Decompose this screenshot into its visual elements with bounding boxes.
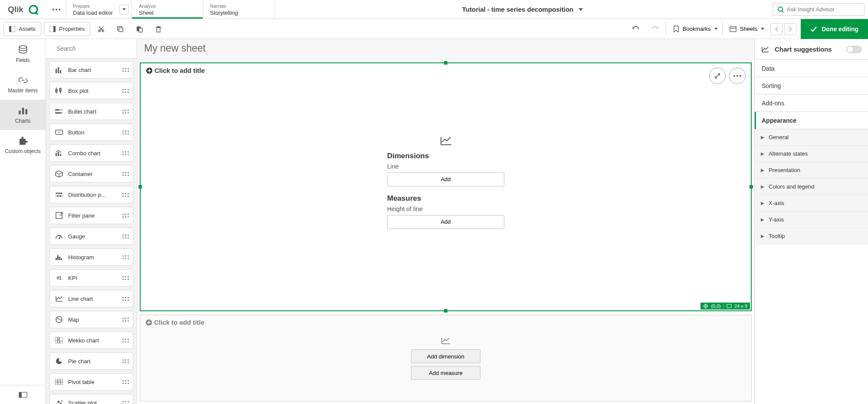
chart-list-item[interactable]: Button xyxy=(49,124,133,141)
chart-list-item[interactable]: #1 KPI xyxy=(49,269,133,287)
chart-type-icon xyxy=(54,295,64,303)
resize-handle-left[interactable] xyxy=(138,185,142,189)
drag-handle-icon[interactable] xyxy=(122,339,129,342)
sheet-canvas: My new sheet Click to add title xyxy=(137,39,754,404)
chart-list-item[interactable]: Pie chart xyxy=(49,352,133,370)
visualization-unselected[interactable]: Click to add title Add dimension Add mea… xyxy=(140,315,752,401)
drag-handle-icon[interactable] xyxy=(122,318,129,322)
drag-handle-icon[interactable] xyxy=(122,359,129,363)
bar-chart-icon xyxy=(17,106,29,115)
drag-handle-icon[interactable] xyxy=(122,89,129,93)
assets-toggle-button[interactable]: Assets xyxy=(3,22,41,36)
appearance-sub-y-axis[interactable]: ▶Y-axis xyxy=(755,212,868,228)
sheets-dropdown[interactable]: Sheets xyxy=(722,22,769,36)
chart-list-item[interactable]: Filter pane xyxy=(49,207,133,224)
prepare-dropdown-icon[interactable] xyxy=(119,5,129,14)
nav-tab-analyze[interactable]: Analyze Sheet xyxy=(132,0,203,19)
redo-button[interactable] xyxy=(647,22,663,36)
qlik-logo[interactable]: Qlik xyxy=(0,0,47,19)
chart-list-item[interactable]: Histogram xyxy=(49,248,133,266)
fullscreen-button[interactable] xyxy=(709,68,726,84)
next-sheet-button[interactable] xyxy=(784,23,796,35)
drag-handle-icon[interactable] xyxy=(122,68,129,72)
viz-title-placeholder[interactable]: Click to add title xyxy=(146,67,205,74)
svg-point-25 xyxy=(19,46,26,49)
done-editing-button[interactable]: Done editing xyxy=(801,19,868,39)
insight-search-input[interactable] xyxy=(787,6,860,13)
chart-list-item-label: Histogram xyxy=(68,254,117,261)
props-section-add-ons[interactable]: Add-ons xyxy=(755,94,868,112)
drag-handle-icon[interactable] xyxy=(122,214,129,218)
chart-list-item[interactable]: Bar chart xyxy=(49,61,133,78)
rail-custom-objects[interactable]: Custom objects xyxy=(0,130,46,160)
sheet-title-bar[interactable]: My new sheet xyxy=(137,39,754,60)
paste-button[interactable] xyxy=(131,22,148,36)
undo-button[interactable] xyxy=(628,22,644,36)
svg-point-5 xyxy=(59,9,60,10)
appearance-sub-x-axis[interactable]: ▶X-axis xyxy=(755,195,868,212)
bookmarks-dropdown[interactable]: Bookmarks xyxy=(666,22,722,36)
viz2-title-placeholder[interactable]: Click to add title xyxy=(145,319,204,326)
chart-list-item[interactable]: Scatter plot xyxy=(49,394,133,404)
props-section-sorting[interactable]: Sorting xyxy=(755,77,868,94)
selection-coordinates-badge: (0,0) 24 x 9 xyxy=(700,303,750,310)
chart-list-item[interactable]: Pivot table xyxy=(49,373,133,391)
drag-handle-icon[interactable] xyxy=(122,172,129,176)
drag-handle-icon[interactable] xyxy=(122,151,129,155)
chart-search-input[interactable] xyxy=(56,45,133,52)
add-dimension-button[interactable]: Add xyxy=(387,173,504,186)
drag-handle-icon[interactable] xyxy=(122,276,129,280)
rail-charts[interactable]: Charts xyxy=(0,100,46,130)
add-measure-button-2[interactable]: Add measure xyxy=(411,366,480,380)
add-dimension-button-2[interactable]: Add dimension xyxy=(411,349,480,363)
delete-button[interactable] xyxy=(150,22,167,36)
drag-handle-icon[interactable] xyxy=(122,110,129,114)
drag-handle-icon[interactable] xyxy=(122,130,129,134)
line-chart-icon xyxy=(439,135,452,147)
nav-tab-prepare[interactable]: Prepare Data load editor xyxy=(66,0,132,19)
drag-handle-icon[interactable] xyxy=(122,255,129,259)
prev-sheet-button[interactable] xyxy=(770,23,783,35)
properties-toggle-button[interactable]: Properties xyxy=(44,22,90,36)
chart-list-item[interactable]: Bullet chart xyxy=(49,103,133,120)
cut-button[interactable] xyxy=(93,22,109,36)
drag-handle-icon[interactable] xyxy=(122,401,129,404)
add-measure-button[interactable]: Add xyxy=(387,215,504,229)
svg-point-87 xyxy=(733,75,735,77)
rail-master-items[interactable]: Master items xyxy=(0,69,46,100)
chart-list-item[interactable]: Container xyxy=(49,165,133,182)
drag-handle-icon[interactable] xyxy=(122,235,129,238)
drag-handle-icon[interactable] xyxy=(122,193,129,197)
viz-more-button[interactable] xyxy=(729,68,746,84)
nav-tab-narrate[interactable]: Narrate Storytelling xyxy=(203,0,274,19)
appearance-sub-tooltip[interactable]: ▶Tooltip xyxy=(755,228,868,244)
rail-collapse-button[interactable] xyxy=(0,385,46,404)
chart-list-item[interactable]: Line chart xyxy=(49,290,133,307)
chart-list-item[interactable]: Map xyxy=(49,311,133,328)
appearance-sub-presentation[interactable]: ▶Presentation xyxy=(755,162,868,179)
chart-list-item[interactable]: Mekko chart xyxy=(49,332,133,349)
svg-rect-64 xyxy=(61,258,62,260)
chart-suggestions-toggle[interactable] xyxy=(846,46,862,53)
drag-handle-icon[interactable] xyxy=(122,297,129,301)
appearance-sub-colors-and-legend[interactable]: ▶Colors and legend xyxy=(755,179,868,195)
rail-fields[interactable]: Fields xyxy=(0,39,46,69)
app-title-dropdown[interactable]: Tutorial - time series decomposition xyxy=(274,0,771,19)
chart-list-item[interactable]: Gauge xyxy=(49,228,133,245)
insight-search[interactable] xyxy=(773,3,865,16)
chart-list-item[interactable]: Box plot xyxy=(49,82,133,99)
resize-handle-right[interactable] xyxy=(750,185,753,189)
sheets-icon xyxy=(730,26,736,32)
global-more-button[interactable] xyxy=(47,0,66,19)
chart-list-item[interactable]: Combo chart xyxy=(49,144,133,162)
visualization-selected[interactable]: Click to add title Dimensions Line Add M… xyxy=(140,62,752,311)
props-section-data[interactable]: Data xyxy=(755,60,868,77)
svg-rect-23 xyxy=(730,26,736,32)
props-section-appearance[interactable]: Appearance xyxy=(755,112,868,129)
chart-search[interactable] xyxy=(46,39,137,59)
chart-list-item[interactable]: Distribution p… xyxy=(49,186,133,203)
appearance-sub-alternate-states[interactable]: ▶Alternate states xyxy=(755,146,868,162)
drag-handle-icon[interactable] xyxy=(122,380,129,384)
copy-button[interactable] xyxy=(112,22,128,36)
appearance-sub-general[interactable]: ▶General xyxy=(755,129,868,146)
